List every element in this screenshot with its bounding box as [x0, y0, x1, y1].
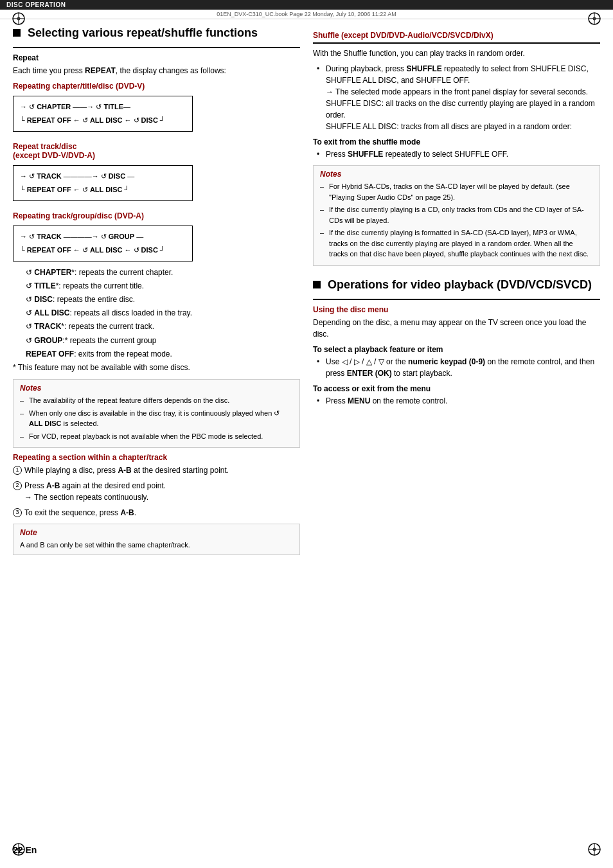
access-menu-list: Press MENU on the remote control. — [313, 395, 600, 407]
disc-menu-intro: Depending on the disc, a menu may appear… — [313, 317, 600, 340]
ab-step-1: 1 While playing a disc, press A-B at the… — [13, 465, 300, 476]
step-num-1: 1 — [13, 466, 22, 475]
corner-tr-decoration — [587, 12, 601, 26]
repeat-desc-list: ↺ CHAPTER*: repeats the current chapter.… — [13, 267, 300, 375]
ab-note-title: Note — [20, 528, 293, 537]
to-exit-bullet: Press SHUFFLE repeatedly to select SHUFF… — [317, 148, 600, 160]
access-menu-item: Press MENU on the remote control. — [317, 395, 600, 407]
to-exit-title: To exit from the shuffle mode — [313, 137, 600, 146]
access-menu-title: To access or exit from the menu — [313, 384, 600, 393]
desc-item-track: ↺ TRACK*: repeats the current track. — [13, 321, 300, 333]
dvdv-title: Repeating chapter/title/disc (DVD-V) — [13, 82, 300, 91]
repeat-title: Repeat — [13, 53, 300, 62]
dvdv-diagram: → ↺ CHAPTER ——→ ↺ TITLE— └ REPEAT OFF ← … — [13, 96, 193, 132]
shuffle-note-2: If the disc currently playing is a CD, o… — [320, 204, 593, 226]
select-playback-title: To select a playback feature or item — [313, 345, 600, 354]
step-num-2: 2 — [13, 481, 22, 490]
desc-item-disc: ↺ DISC: repeats the entire disc. — [13, 294, 300, 306]
file-info: 01EN_DVX-C310_UC.book Page 22 Monday, Ju… — [0, 10, 613, 19]
disc-menu-title: Using the disc menu — [313, 305, 600, 314]
corner-br-decoration — [587, 842, 601, 856]
repeat-notes-title: Notes — [20, 384, 293, 393]
content-wrapper: Selecting various repeat/shuffle functio… — [0, 19, 613, 573]
ab-note-text: A and B can only be set within the same … — [20, 540, 293, 551]
shuffle-notes-box: Notes For Hybrid SA-CDs, tracks on the S… — [313, 165, 600, 266]
repeat-note-2: When only one disc is available in the d… — [20, 408, 293, 429]
dvda-group-title: Repeating track/group/disc (DVD-A) — [13, 211, 300, 220]
track-disc-diagram: → ↺ TRACK ————→ ↺ DISC — └ REPEAT OFF ← … — [13, 165, 193, 201]
repeat-notes-list: The availability of the repeat feature d… — [20, 395, 293, 441]
step-num-3: 3 — [13, 508, 22, 517]
video-playback-section-title: Operations for video playback (DVD/VCD/S… — [313, 278, 600, 292]
shuffle-note-1: For Hybrid SA-CDs, tracks on the SA-CD l… — [320, 181, 593, 202]
file-info-text: 01EN_DVX-C310_UC.book Page 22 Monday, Ju… — [217, 11, 396, 17]
desc-item-note: * This feature may not be available with… — [13, 362, 300, 374]
shuffle-notes-title: Notes — [320, 170, 593, 179]
video-section-square — [313, 281, 321, 288]
section-title-text: Selecting various repeat/shuffle functio… — [28, 26, 258, 39]
track-disc-title: Repeat track/disc (except DVD-V/DVD-A) — [13, 142, 300, 160]
desc-item-repeatoff: REPEAT OFF: exits from the repeat mode. — [13, 348, 300, 360]
repeat-intro: Each time you press REPEAT, the display … — [13, 65, 300, 76]
shuffle-intro: With the Shuffle function, you can play … — [313, 48, 600, 59]
section-divider-repeat — [13, 47, 300, 48]
shuffle-notes-list: For Hybrid SA-CDs, tracks on the SA-CD l… — [320, 181, 593, 260]
desc-item-title: ↺ TITLE*: repeats the current title. — [13, 280, 300, 292]
shuffle-title: Shuffle (except DVD/DVD-Audio/VCD/SVCD/D… — [313, 31, 600, 40]
section-title-square — [13, 29, 21, 37]
ab-note-box: Note A and B can only be set within the … — [13, 524, 300, 555]
dvda-group-diagram: → ↺ TRACK ————→ ↺ GROUP — └ REPEAT OFF ←… — [13, 226, 193, 261]
ab-steps-list: 1 While playing a disc, press A-B at the… — [13, 465, 300, 518]
header-bar: DISC OPERATION — [0, 0, 613, 10]
repeat-note-3: For VCD, repeat playback is not availabl… — [20, 431, 293, 442]
desc-item-group: ↺ GROUP:* repeats the current group — [13, 335, 300, 347]
page: DISC OPERATION 01EN_DVX-C310_UC.book Pag… — [0, 0, 613, 868]
left-column: Selecting various repeat/shuffle functio… — [13, 26, 300, 560]
repeat-notes-box: Notes The availability of the repeat fea… — [13, 379, 300, 448]
shuffle-bullet-1: During playback, press SHUFFLE repeatedl… — [317, 63, 600, 132]
ab-step-2: 2 Press A-B again at the desired end poi… — [13, 480, 300, 503]
shuffle-note-3: If the disc currently playing is formatt… — [320, 227, 593, 260]
shuffle-divider — [313, 42, 600, 44]
page-number: 22 En — [13, 845, 37, 855]
desc-item-chapter: ↺ CHAPTER*: repeats the current chapter. — [13, 267, 300, 279]
video-section-title-text: Operations for video playback (DVD/VCD/S… — [328, 278, 592, 291]
ab-step-3: 3 To exit the sequence, press A-B. — [13, 507, 300, 518]
ab-section-title: Repeating a section within a chapter/tra… — [13, 453, 300, 462]
shuffle-bullet-list: During playback, press SHUFFLE repeatedl… — [313, 63, 600, 132]
header-bar-text: DISC OPERATION — [6, 1, 66, 8]
video-section-divider — [313, 299, 600, 300]
right-column: Shuffle (except DVD/DVD-Audio/VCD/SVCD/D… — [313, 26, 600, 560]
select-playback-list: Use ◁ / ▷ / △ / ▽ or the numeric keypad … — [313, 356, 600, 379]
section-title-repeat: Selecting various repeat/shuffle functio… — [13, 26, 300, 40]
corner-tl-decoration — [12, 12, 26, 26]
desc-item-alldisc: ↺ ALL DISC: repeats all discs loaded in … — [13, 307, 300, 319]
repeat-note-1: The availability of the repeat feature d… — [20, 395, 293, 406]
select-playback-item: Use ◁ / ▷ / △ / ▽ or the numeric keypad … — [317, 356, 600, 379]
to-exit-bullet-list: Press SHUFFLE repeatedly to select SHUFF… — [313, 148, 600, 160]
